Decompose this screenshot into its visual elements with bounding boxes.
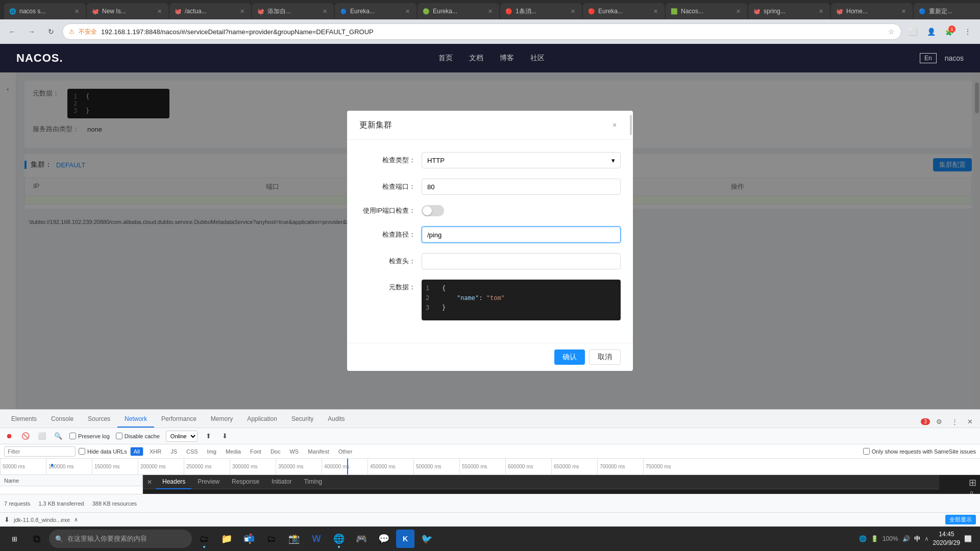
tab-1xiao[interactable]: 🔴 1条消... ✕ [500, 3, 582, 19]
filter-type-all[interactable]: All [130, 447, 143, 456]
nav-docs[interactable]: 文档 [469, 54, 483, 63]
taskbar-app-chat[interactable]: 💬 [374, 529, 394, 549]
filter-type-doc[interactable]: Doc [267, 448, 284, 455]
check-type-select[interactable]: HTTP ▾ [422, 152, 621, 168]
filter-type-font[interactable]: Font [247, 448, 264, 455]
close-tab-icon[interactable]: ✕ [899, 7, 908, 15]
devtools-tab-console[interactable]: Console [44, 411, 81, 428]
close-tab-icon[interactable]: ✕ [238, 7, 246, 15]
devtools-tab-application[interactable]: Application [240, 411, 284, 428]
close-tab-icon[interactable]: ✕ [403, 7, 411, 15]
tray-network[interactable]: 🌐 [859, 535, 867, 542]
close-tab-icon[interactable]: ✕ [486, 7, 494, 15]
detail-tab-initiator[interactable]: Initiator [265, 475, 298, 489]
devtools-settings-icon[interactable]: ⚙ [933, 415, 945, 428]
filter-type-img[interactable]: Img [204, 448, 219, 455]
show-all-button[interactable]: 全部显示 [945, 515, 976, 524]
close-tab-icon[interactable]: ✕ [155, 7, 163, 15]
tab-eureka1[interactable]: 🔵 Eureka... ✕ [335, 3, 416, 19]
tab-new-is[interactable]: 🐙 New Is... ✕ [87, 3, 168, 19]
detail-tab-response[interactable]: Response [226, 475, 265, 489]
export-icon[interactable]: ⬇ [220, 431, 230, 441]
file-name[interactable]: jdk-11.0.8_windo...exe [14, 517, 70, 523]
tray-volume[interactable]: 🔊 [902, 535, 910, 542]
filter-type-js[interactable]: JS [167, 448, 180, 455]
tab-actua[interactable]: 🐙 /actua... ✕ [169, 3, 251, 19]
start-button[interactable]: ⊞ [4, 529, 24, 549]
filter-type-media[interactable]: Media [223, 448, 244, 455]
modal-scrollbar[interactable] [630, 115, 632, 135]
nav-blog[interactable]: 博客 [500, 54, 514, 63]
taskbar-app-game[interactable]: 🎮 [351, 529, 372, 549]
tab-redirect[interactable]: 🔵 重新定... ✕ [914, 3, 980, 19]
taskbar-search[interactable]: 🔍 在这里输入你要搜索的内容 [49, 530, 192, 548]
confirm-button[interactable]: 确认 [554, 349, 585, 365]
close-tab-icon[interactable]: ✕ [651, 7, 659, 15]
forward-button[interactable]: → [23, 23, 40, 40]
tray-ime[interactable]: 中 [914, 535, 920, 543]
devtools-tab-sources[interactable]: Sources [81, 411, 117, 428]
cancel-button[interactable]: 取消 [589, 349, 621, 365]
devtools-tab-audits[interactable]: Audits [321, 411, 352, 428]
cast-icon[interactable]: ⬜ [904, 23, 921, 40]
check-header-input[interactable] [422, 253, 621, 269]
ip-port-toggle[interactable] [422, 205, 444, 216]
taskbar-app-folder[interactable]: 📁 [216, 529, 237, 549]
profile-icon[interactable]: 👤 [923, 23, 939, 40]
close-tab-icon[interactable]: ✕ [321, 7, 329, 15]
filter-type-css[interactable]: CSS [183, 448, 201, 455]
refresh-button[interactable]: ↻ [43, 23, 59, 40]
layout-icon[interactable]: ⊞ [969, 477, 976, 488]
devtools-close-icon[interactable]: ✕ [964, 415, 976, 428]
tab-nacos2[interactable]: 🟩 Nacos... ✕ [666, 3, 747, 19]
filter-type-other[interactable]: Other [335, 448, 356, 455]
devtools-tab-elements[interactable]: Elements [4, 411, 44, 428]
modal-close-button[interactable]: × [608, 119, 621, 131]
task-view-button[interactable]: ⧉ [27, 529, 47, 549]
detail-close-button[interactable]: ✕ [147, 479, 152, 486]
nav-home[interactable]: 首页 [438, 54, 453, 63]
search-icon[interactable]: 🔍 [53, 431, 63, 441]
taskbar-app-files[interactable]: 🗂 [261, 529, 282, 549]
import-icon[interactable]: ⬆ [204, 431, 214, 441]
hide-data-urls-checkbox[interactable]: Hide data URLs [79, 448, 127, 455]
throttle-select[interactable]: Online [166, 431, 198, 442]
hide-data-urls-input[interactable] [79, 448, 85, 455]
tray-action-center[interactable]: ⬜ [964, 535, 972, 542]
close-tab-icon[interactable]: ✕ [817, 7, 825, 15]
expand-icon[interactable]: ∧ [74, 516, 78, 523]
same-site-checkbox[interactable]: Only show requests with SameSite issues [863, 448, 976, 455]
filter-type-manifest[interactable]: Manifest [305, 448, 332, 455]
detail-tab-timing[interactable]: Timing [298, 475, 328, 489]
preserve-log-checkbox[interactable]: Preserve log [69, 433, 110, 439]
tab-eureka3[interactable]: 🔴 Eureka... ✕ [583, 3, 665, 19]
filter-input[interactable] [4, 446, 76, 457]
filter-type-ws[interactable]: WS [286, 448, 302, 455]
taskbar-app-bird[interactable]: 🐦 [416, 529, 437, 549]
clear-button[interactable]: 🚫 [20, 431, 31, 441]
detail-tab-preview[interactable]: Preview [191, 475, 226, 489]
tray-arrow[interactable]: ∧ [924, 535, 929, 542]
close-tab-icon[interactable]: ✕ [569, 7, 577, 15]
taskbar-app-k[interactable]: K [396, 530, 414, 548]
devtools-tab-network[interactable]: Network [117, 411, 154, 428]
close-tab-icon[interactable]: ✕ [72, 7, 81, 15]
preserve-log-input[interactable] [69, 433, 76, 439]
tab-home[interactable]: 🐙 Home... ✕ [831, 3, 913, 19]
devtools-tab-performance[interactable]: Performance [154, 411, 204, 428]
code-editor[interactable]: 1 { 2 "name": "tom" 3 [422, 280, 621, 320]
disable-cache-input[interactable] [116, 433, 122, 439]
taskbar-app-mail[interactable]: 📬 [239, 529, 259, 549]
tray-battery[interactable]: 🔋 [871, 535, 878, 542]
check-path-input[interactable] [422, 227, 621, 243]
record-button[interactable]: ⏺ [4, 431, 14, 441]
taskbar-app-chrome[interactable]: 🌐 [329, 529, 349, 549]
tab-eureka2[interactable]: 🟢 Eureka... ✕ [418, 3, 499, 19]
tab-spring[interactable]: 🐙 spring... ✕ [748, 3, 830, 19]
bookmark-icon[interactable]: ☆ [888, 28, 895, 36]
tab-add[interactable]: 🐙 添加自... ✕ [252, 3, 334, 19]
close-tab-icon[interactable]: ✕ [734, 7, 742, 15]
taskbar-app-photos[interactable]: 📸 [284, 529, 304, 549]
back-button[interactable]: ← [4, 23, 20, 40]
devtools-tab-memory[interactable]: Memory [204, 411, 240, 428]
